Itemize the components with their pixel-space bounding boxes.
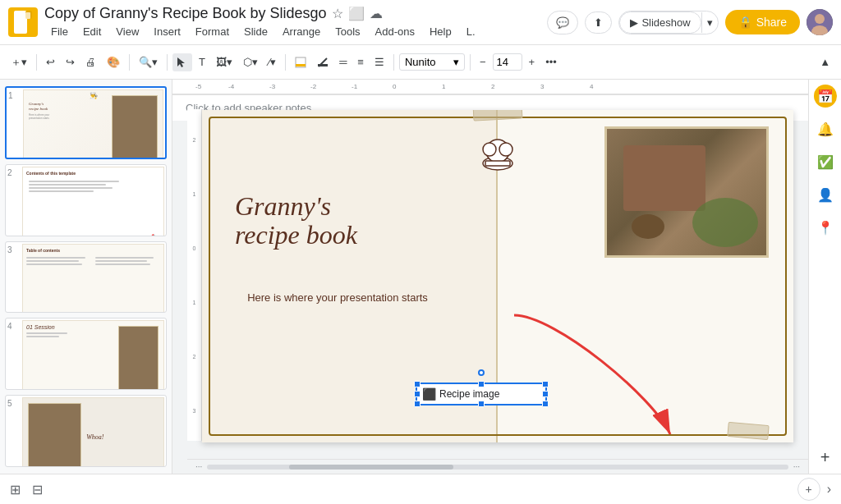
title-area: Copy of Granny's Recipe Book by Slidesgo… — [44, 5, 540, 39]
share-button[interactable]: 🔒 Share — [725, 10, 800, 34]
scroll-thumb[interactable] — [289, 465, 453, 470]
menu-format[interactable]: Format — [189, 24, 236, 39]
expand-button[interactable]: › — [824, 479, 834, 500]
slide-canvas: 2 1 0 1 2 3 — [187, 94, 808, 457]
lock-icon: 🔒 — [738, 16, 752, 29]
cloud-icon[interactable]: ☁ — [370, 6, 383, 21]
slideshow-button[interactable]: ▶ Slideshow — [619, 11, 701, 34]
slide-preview-4: 01 Session — [22, 320, 164, 390]
ruler-mark: -4 — [228, 83, 234, 90]
cursor-tool[interactable] — [172, 53, 192, 71]
tape-bottom-right — [727, 421, 769, 439]
horizontal-scrollbar[interactable]: ··· ··· — [187, 459, 808, 474]
font-increase[interactable]: + — [525, 53, 540, 71]
image-tool[interactable]: 🖼▾ — [212, 53, 237, 71]
ruler-mark: -5 — [195, 83, 201, 90]
slide-thumb-1[interactable]: 1 Granny'srecipe book Here is where your… — [5, 86, 167, 159]
ruler-horizontal: -5 -4 -3 -2 -1 0 1 2 3 4 — [172, 80, 808, 94]
slide-preview-2: Contents of this template ✏️ — [22, 167, 164, 236]
background-color[interactable] — [291, 53, 310, 71]
contacts-icon[interactable]: 👤 — [814, 183, 837, 206]
sep5 — [393, 54, 394, 71]
text-tool[interactable]: T — [195, 53, 209, 71]
slide-preview-1: Granny'srecipe book Here is where yourpr… — [23, 89, 163, 159]
recipe-image-label[interactable]: ⬛ Recipe image — [416, 383, 547, 405]
add-slide-button[interactable]: + — [797, 478, 820, 501]
topbar-right: 💬 ⬆ ▶ Slideshow ▾ 🔒 Share — [547, 9, 833, 35]
food-pie — [623, 145, 705, 211]
menu-arrange[interactable]: Arrange — [276, 24, 327, 39]
calendar-icon[interactable]: 📅 — [814, 85, 837, 108]
handle-mr[interactable] — [542, 391, 549, 397]
slide2-lines — [26, 176, 160, 197]
ruler-mark: 3 — [540, 83, 544, 90]
font-size-value: 14 — [497, 56, 508, 68]
print-button[interactable]: 🖨 — [81, 53, 100, 71]
handle-ml[interactable] — [414, 391, 420, 397]
redo-button[interactable]: ↪ — [62, 53, 79, 71]
label-text: Recipe image — [439, 388, 499, 400]
ruler-vertical: 2 1 0 1 2 3 — [187, 109, 202, 441]
grid-view-button[interactable]: ⊞ — [7, 479, 24, 501]
menu-edit[interactable]: Edit — [76, 24, 108, 39]
font-dropdown-icon: ▾ — [453, 56, 459, 68]
notifications-icon[interactable]: 🔔 — [814, 117, 837, 140]
list-button[interactable]: ☰ — [370, 53, 388, 71]
menu-addons[interactable]: Add-ons — [369, 24, 421, 39]
border-style[interactable]: ═ — [335, 53, 351, 71]
line-color[interactable] — [313, 53, 333, 71]
svg-rect-15 — [485, 161, 510, 166]
more-options[interactable]: ••• — [541, 53, 561, 71]
bottom-left: ⊞ ⊟ — [7, 479, 46, 501]
svg-rect-8 — [296, 64, 306, 66]
drive-icon[interactable]: ⬜ — [348, 6, 365, 21]
collapse-toolbar[interactable]: ▲ — [816, 53, 834, 71]
menu-help[interactable]: Help — [423, 24, 458, 39]
menu-tools[interactable]: Tools — [329, 24, 366, 39]
undo-button[interactable]: ↩ — [42, 53, 59, 71]
scroll-right-btn[interactable]: ··· — [788, 462, 805, 471]
handle-tr[interactable] — [542, 381, 549, 387]
zoom-button[interactable]: 🔍▾ — [135, 53, 162, 71]
food-plate — [692, 198, 758, 247]
menu-insert[interactable]: Insert — [147, 24, 187, 39]
filmstrip-view-button[interactable]: ⊟ — [29, 479, 46, 501]
menu-file[interactable]: File — [44, 24, 75, 39]
v-mark: 1 — [193, 191, 196, 197]
font-selector[interactable]: Nunito ▾ — [399, 53, 465, 71]
align-button[interactable]: ≡ — [353, 53, 368, 71]
sep3 — [167, 54, 168, 71]
slide-num-2: 2 — [7, 168, 19, 177]
menu-last[interactable]: L. — [460, 24, 482, 39]
font-name: Nunito — [405, 56, 436, 68]
scroll-track[interactable] — [207, 465, 788, 470]
app-icon — [8, 7, 38, 37]
line-tool[interactable]: ∕▾ — [264, 53, 280, 71]
comments-button[interactable]: 💬 — [547, 11, 578, 34]
slide-thumb-2[interactable]: 2 Contents of this template ✏️ — [5, 164, 167, 236]
present-with-options[interactable]: ⬆ — [585, 11, 612, 34]
food-image-inner — [607, 129, 766, 255]
menu-slide[interactable]: Slide — [237, 24, 274, 39]
handle-tl[interactable] — [414, 381, 420, 387]
menu-view[interactable]: View — [109, 24, 145, 39]
font-decrease[interactable]: − — [476, 53, 490, 71]
avatar[interactable] — [807, 9, 833, 35]
shape-tool[interactable]: ⬡▾ — [239, 53, 262, 71]
font-size-field[interactable]: 14 — [493, 53, 522, 71]
slideshow-dropdown-button[interactable]: ▾ — [701, 12, 718, 33]
slide-thumb-4[interactable]: 4 01 Session — [5, 318, 167, 390]
paint-format-button[interactable]: 🎨 — [103, 53, 124, 71]
slide-thumb-5[interactable]: 5 Whoa! — [5, 395, 167, 467]
maps-icon[interactable]: 📍 — [814, 216, 837, 239]
slide-wrapper: Granny's recipe book Here is where your … — [202, 110, 793, 442]
add-button[interactable]: ＋▾ — [7, 52, 31, 73]
tasks-icon[interactable]: ✅ — [814, 150, 837, 173]
add-apps-icon[interactable]: + — [814, 446, 837, 469]
handle-tc[interactable] — [478, 381, 485, 387]
ruler-mark: -3 — [269, 83, 275, 90]
slide-thumb-3[interactable]: 3 Table of contents — [5, 241, 167, 314]
scroll-left-btn[interactable]: ··· — [191, 462, 207, 471]
slide3-title: Table of contents — [26, 248, 160, 253]
star-icon[interactable]: ☆ — [332, 6, 343, 21]
